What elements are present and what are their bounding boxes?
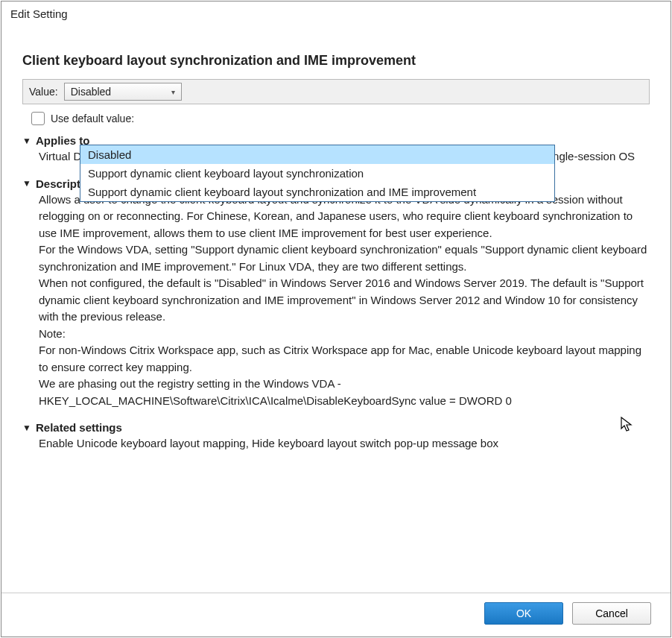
chevron-down-icon: ▾ bbox=[171, 88, 175, 96]
value-label: Value: bbox=[29, 86, 58, 98]
setting-heading: Client keyboard layout synchronization a… bbox=[22, 53, 650, 69]
dialog-footer: OK Cancel bbox=[1, 593, 671, 637]
value-combobox[interactable]: Disabled ▾ bbox=[64, 83, 182, 101]
section-related: ▼ Related settings Enable Unicode keyboa… bbox=[22, 421, 650, 457]
related-title: Related settings bbox=[36, 421, 122, 434]
value-bar: Value: Disabled ▾ bbox=[22, 79, 650, 104]
dropdown-option-sync-ime[interactable]: Support dynamic client keyboard layout s… bbox=[80, 183, 554, 201]
combobox-selected-text: Disabled bbox=[71, 86, 111, 98]
use-default-checkbox[interactable] bbox=[31, 112, 45, 125]
value-dropdown-list[interactable]: Disabled Support dynamic client keyboard… bbox=[80, 145, 555, 202]
chevron-down-icon: ▼ bbox=[22, 136, 33, 146]
section-description: ▼ Description Allows a user to change th… bbox=[22, 177, 650, 414]
dropdown-option-sync[interactable]: Support dynamic client keyboard layout s… bbox=[80, 164, 554, 183]
chevron-down-icon: ▼ bbox=[22, 423, 33, 433]
cancel-button[interactable]: Cancel bbox=[572, 602, 651, 625]
dropdown-option-disabled[interactable]: Disabled bbox=[80, 145, 554, 164]
use-default-label: Use default value: bbox=[51, 113, 134, 124]
ok-button[interactable]: OK bbox=[484, 602, 563, 625]
related-header[interactable]: ▼ Related settings bbox=[22, 421, 650, 434]
main-content: Client keyboard layout synchronization a… bbox=[1, 23, 671, 593]
edit-setting-window: Edit Setting Client keyboard layout sync… bbox=[1, 1, 671, 637]
description-body: Allows a user to change the client keybo… bbox=[22, 190, 650, 414]
use-default-row: Use default value: bbox=[22, 110, 650, 127]
window-title: Edit Setting bbox=[1, 1, 671, 23]
related-body: Enable Unicode keyboard layout mapping, … bbox=[22, 434, 650, 457]
chevron-down-icon: ▼ bbox=[22, 178, 33, 189]
